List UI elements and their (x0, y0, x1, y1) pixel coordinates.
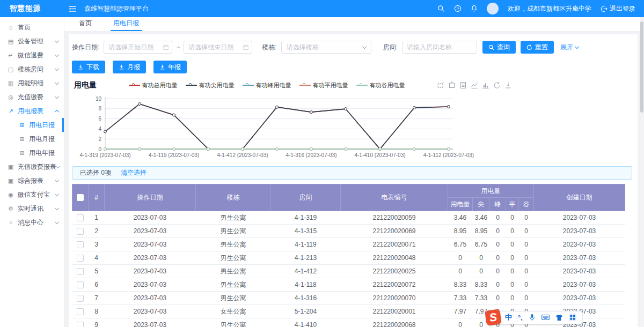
reset-button-label: 重置 (535, 43, 548, 52)
row-checkbox[interactable] (77, 281, 84, 288)
chevron-down-icon (55, 177, 59, 182)
ime-punctuation-toggle[interactable]: °, (518, 314, 523, 322)
table-row[interactable]: 32023-07-03男生公寓4-1-1192212200200716.756.… (72, 238, 625, 251)
building-select[interactable]: 请选择楼栋 (281, 41, 371, 54)
ime-toolbar: S 中 °, (486, 310, 582, 325)
sogou-logo-icon[interactable]: S (485, 309, 502, 326)
legend-item-4[interactable]: 有功谷用电量 (356, 81, 405, 90)
row-checkbox[interactable] (77, 241, 84, 248)
sidebar-item-power-daily[interactable]: ⊞用电日报 (0, 118, 64, 132)
table-row[interactable]: 72023-07-03男生公寓4-1-3162212200200707.337.… (72, 292, 625, 305)
logout-button[interactable]: 退出登录 (601, 4, 635, 13)
reset-button[interactable]: 重置 (521, 41, 554, 54)
header-room: 房间 (271, 184, 341, 211)
table-cell: 1 (89, 211, 105, 225)
sidebar-item-building-room[interactable]: ▢楼栋房间 (0, 62, 64, 76)
sidebar-item-energy-detail[interactable]: ▥用能明细 (0, 76, 64, 90)
clear-selection-link[interactable]: 清空选择 (121, 168, 147, 177)
table-cell: 2023-07-03 (534, 225, 625, 238)
sidebar-item-power-monthly[interactable]: ⊞用电月报 (0, 132, 64, 146)
sidebar-item-power-yearly[interactable]: ⊞用电年报 (0, 146, 64, 160)
sidebar-item-wechat-alipay[interactable]: ◉微信支付宝 (0, 188, 64, 202)
ime-language-toggle[interactable]: 中 (505, 313, 512, 322)
table-cell: 4-1-316 (271, 292, 341, 305)
zoom-reset-icon[interactable] (448, 81, 456, 89)
line-chart-icon[interactable] (471, 81, 478, 89)
yearly-report-button[interactable]: 年报 (153, 61, 187, 73)
download-icon (119, 64, 125, 70)
user-avatar[interactable] (487, 3, 499, 14)
start-date-picker[interactable] (104, 41, 172, 54)
row-checkbox[interactable] (77, 255, 84, 262)
legend-marker-icon (186, 83, 197, 88)
header-usage-gu: 谷 (519, 198, 534, 211)
table-row[interactable]: 22023-07-03男生公寓4-1-3152212200200698.958.… (72, 225, 625, 238)
search-button-label: 查询 (497, 43, 510, 52)
start-date-input[interactable] (104, 43, 163, 51)
download-button[interactable]: 下载 (72, 61, 105, 73)
row-checkbox[interactable] (77, 295, 84, 302)
page-scrollbar[interactable] (640, 17, 644, 327)
sidebar-item-recharge-report[interactable]: ▣充值缴费报表 (0, 160, 64, 174)
table-row[interactable]: 62023-07-03男生公寓4-1-1182212200200728.338.… (72, 278, 625, 292)
end-date-input[interactable] (184, 43, 243, 51)
sidebar-item-device-mgmt[interactable]: ▤设备管理 (0, 34, 64, 48)
sidebar-item-message-center[interactable]: ○消息中心 (0, 215, 64, 229)
restore-icon[interactable] (493, 81, 501, 89)
table-row[interactable]: 12023-07-03男生公寓4-1-3192212200200593.463.… (72, 211, 625, 225)
zoom-select-icon[interactable] (437, 81, 444, 89)
table-cell: 0 (519, 292, 534, 305)
sidebar-item-power-report[interactable]: ↗用电报表 (0, 104, 64, 118)
table-cell: 0 (519, 278, 534, 292)
sidebar-item-realtime-msg[interactable]: ⚙实时通讯 (0, 202, 64, 215)
legend-item-2[interactable]: 有功峰用电量 (243, 81, 291, 90)
sidebar-item-wechat-refund[interactable]: ↵微信退费 (0, 48, 64, 62)
sidebar-item-home[interactable]: ⌂首页 (0, 20, 64, 34)
toolbox-grid-icon[interactable] (569, 314, 576, 321)
help-icon[interactable]: ? (454, 5, 462, 12)
menu-collapse-icon[interactable] (69, 5, 77, 12)
table-row[interactable]: 52023-07-03男生公寓4-1-412221220020025000002… (72, 265, 625, 278)
table-cell: 6.75 (448, 238, 473, 251)
end-date-picker[interactable] (184, 41, 252, 54)
room-input-wrap[interactable] (402, 41, 477, 54)
select-all-checkbox[interactable] (77, 194, 84, 201)
monthly-report-button[interactable]: 月报 (113, 61, 146, 73)
room-input[interactable] (402, 43, 477, 51)
chart-legend: 有功总用电量有功尖用电量有功峰用电量有功平用电量有功谷用电量 (97, 81, 437, 90)
row-checkbox[interactable] (77, 322, 84, 327)
bar-chart-icon[interactable] (482, 81, 489, 89)
tab-home[interactable]: 首页 (76, 17, 94, 31)
skin-shirt-icon[interactable] (555, 314, 563, 321)
table-cell: 6 (89, 278, 105, 292)
table-row[interactable]: 42023-07-03男生公寓4-1-213221220020048000002… (72, 251, 625, 265)
panel: 操作日期: ~ 楼栋: 请选择楼栋 房间: (69, 34, 638, 327)
legend-item-0[interactable]: 有功总用电量 (129, 81, 178, 90)
doc-icon: ▣ (7, 177, 14, 184)
tab-power-daily-report[interactable]: 用电日报 (111, 17, 142, 31)
sidebar-item-recharge-pay[interactable]: ◎充值缴费 (0, 90, 64, 104)
keyboard-icon[interactable] (541, 314, 550, 321)
legend-item-3[interactable]: 有功平用电量 (299, 81, 348, 90)
row-checkbox[interactable] (77, 214, 84, 221)
save-image-icon[interactable] (504, 81, 512, 89)
row-checkbox[interactable] (77, 228, 84, 235)
sidebar-item-label: 充值缴费 (18, 93, 55, 102)
scrollbar-thumb[interactable] (640, 21, 643, 113)
row-checkbox-cell (72, 278, 89, 292)
search-button[interactable]: 查询 (482, 41, 516, 54)
table-icon: ⊞ (18, 122, 26, 129)
legend-item-1[interactable]: 有功尖用电量 (186, 81, 235, 90)
bell-icon[interactable] (471, 5, 478, 12)
row-checkbox[interactable] (77, 308, 84, 315)
row-checkbox[interactable] (77, 268, 84, 275)
table-cell: 221220020001 (341, 305, 448, 318)
sidebar-item-label: 用能明细 (18, 79, 55, 88)
search-icon[interactable] (437, 5, 445, 12)
expand-link[interactable]: 展开 (560, 43, 579, 52)
msg-icon: ○ (7, 219, 14, 226)
sidebar-item-summary-report[interactable]: ▣综合报表 (0, 174, 64, 188)
microphone-icon[interactable] (529, 314, 536, 321)
table-cell: 男生公寓 (196, 225, 271, 238)
data-view-icon[interactable] (459, 81, 467, 89)
